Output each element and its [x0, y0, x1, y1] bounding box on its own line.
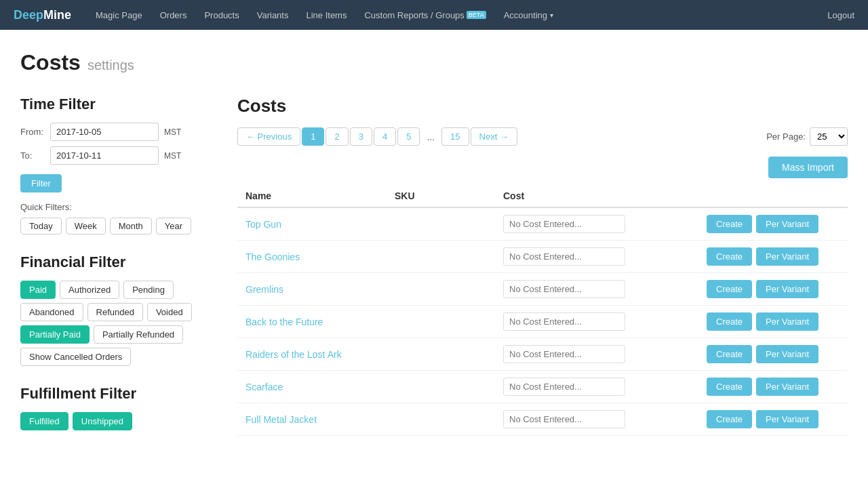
mass-import-row: Mass Import	[237, 157, 848, 178]
sidebar: Time Filter From: MST To: MST Filter Qui…	[20, 96, 210, 449]
cost-input-scarface[interactable]	[503, 378, 625, 396]
per-variant-button-the-goonies[interactable]: Per Variant	[756, 247, 818, 266]
accounting-arrow: ▾	[550, 12, 553, 19]
costs-table: Name SKU Cost Top Gun Create Per Variant	[237, 185, 848, 436]
per-page-wrapper: Per Page: 10 25 50 100	[766, 127, 848, 146]
cost-input-the-goonies[interactable]	[503, 247, 625, 266]
nav-line-items[interactable]: Line Items	[298, 0, 355, 30]
cost-cell	[495, 241, 698, 273]
cost-cell	[495, 306, 698, 338]
product-link-top-gun[interactable]: Top Gun	[245, 219, 281, 230]
create-button-raiders-of-the-lost-ark[interactable]: Create	[707, 345, 752, 363]
tag-partially-refunded[interactable]: Partially Refunded	[94, 325, 183, 344]
action-cell: Create Per Variant	[698, 338, 848, 371]
financial-filter-section: Financial Filter Paid Authorized Pending…	[20, 253, 210, 366]
tag-paid[interactable]: Paid	[20, 281, 56, 299]
cost-input-back-to-the-future[interactable]	[503, 312, 625, 331]
to-input[interactable]	[50, 146, 159, 165]
product-link-scarface[interactable]: Scarface	[245, 382, 283, 392]
table-row: Full Metal Jacket Create Per Variant	[237, 403, 848, 436]
page-15-button[interactable]: 15	[441, 127, 469, 146]
quick-filter-week[interactable]: Week	[66, 218, 106, 235]
tag-voided[interactable]: Voided	[147, 303, 192, 321]
page-1-button[interactable]: 1	[302, 127, 324, 146]
next-button[interactable]: Next →	[471, 127, 517, 146]
page-4-button[interactable]: 4	[374, 127, 396, 146]
tag-authorized[interactable]: Authorized	[60, 281, 119, 299]
fulfillment-filter-heading: Fulfillment Filter	[20, 385, 210, 403]
cost-input-top-gun[interactable]	[503, 215, 625, 233]
nav-magic-page[interactable]: Magic Page	[87, 0, 151, 30]
tag-pending[interactable]: Pending	[123, 281, 174, 299]
per-variant-button-scarface[interactable]: Per Variant	[756, 378, 818, 396]
quick-filter-year[interactable]: Year	[156, 218, 191, 235]
create-button-gremlins[interactable]: Create	[707, 280, 752, 298]
tag-unshipped[interactable]: Unshipped	[73, 412, 132, 430]
product-link-the-goonies[interactable]: The Goonies	[245, 251, 300, 262]
page-2-button[interactable]: 2	[326, 127, 348, 146]
create-button-top-gun[interactable]: Create	[707, 215, 752, 233]
nav-accounting[interactable]: Accounting▾	[496, 0, 561, 30]
action-buttons: Create Per Variant	[707, 378, 840, 396]
product-name-cell: Gremlins	[237, 273, 387, 306]
create-button-the-goonies[interactable]: Create	[707, 247, 752, 266]
logout-button[interactable]: Logout	[827, 10, 854, 20]
mass-import-button[interactable]: Mass Import	[768, 157, 848, 178]
per-variant-button-top-gun[interactable]: Per Variant	[756, 215, 818, 233]
product-link-back-to-the-future[interactable]: Back to the Future	[245, 317, 323, 327]
cost-cell	[495, 273, 698, 306]
per-variant-button-gremlins[interactable]: Per Variant	[756, 280, 818, 298]
product-name-cell: The Goonies	[237, 241, 387, 273]
pagination: ← Previous 1 2 3 4 5 ... 15 Next →	[237, 127, 517, 146]
from-input[interactable]	[50, 123, 159, 141]
sku-cell	[387, 338, 495, 371]
page-3-button[interactable]: 3	[350, 127, 372, 146]
costs-heading: Costs	[237, 96, 848, 117]
product-link-full-metal-jacket[interactable]: Full Metal Jacket	[245, 414, 317, 425]
from-row: From: MST	[20, 123, 210, 141]
cost-input-full-metal-jacket[interactable]	[503, 410, 625, 428]
nav-orders[interactable]: Orders	[152, 0, 195, 30]
per-variant-button-back-to-the-future[interactable]: Per Variant	[756, 312, 818, 331]
create-button-back-to-the-future[interactable]: Create	[707, 312, 752, 331]
tag-refunded[interactable]: Refunded	[87, 303, 143, 321]
per-variant-button-raiders-of-the-lost-ark[interactable]: Per Variant	[756, 345, 818, 363]
tag-abandoned[interactable]: Abandoned	[20, 303, 83, 321]
product-link-gremlins[interactable]: Gremlins	[245, 284, 283, 295]
to-label: To:	[20, 150, 45, 161]
page-5-button[interactable]: 5	[397, 127, 420, 146]
cost-input-raiders-of-the-lost-ark[interactable]	[503, 345, 625, 363]
nav-products[interactable]: Products	[196, 0, 247, 30]
cost-cell	[495, 207, 698, 241]
page-layout: Time Filter From: MST To: MST Filter Qui…	[20, 96, 848, 449]
product-link-raiders-of-the-lost-ark[interactable]: Raiders of the Lost Ark	[245, 349, 342, 360]
table-row: Raiders of the Lost Ark Create Per Varia…	[237, 338, 848, 371]
create-button-full-metal-jacket[interactable]: Create	[707, 410, 752, 428]
table-row: Scarface Create Per Variant	[237, 371, 848, 403]
create-button-scarface[interactable]: Create	[707, 378, 752, 396]
quick-filter-today[interactable]: Today	[20, 218, 62, 235]
cost-input-gremlins[interactable]	[503, 280, 625, 298]
action-cell: Create Per Variant	[698, 306, 848, 338]
table-row: Top Gun Create Per Variant	[237, 207, 848, 241]
nav-variants[interactable]: Variants	[249, 0, 297, 30]
action-cell: Create Per Variant	[698, 241, 848, 273]
sku-cell	[387, 306, 495, 338]
per-variant-button-full-metal-jacket[interactable]: Per Variant	[756, 410, 818, 428]
per-page-label: Per Page:	[766, 131, 806, 142]
tag-show-cancelled[interactable]: Show Cancelled Orders	[20, 348, 131, 366]
quick-filter-month[interactable]: Month	[110, 218, 152, 235]
to-row: To: MST	[20, 146, 210, 165]
to-timezone: MST	[164, 151, 181, 161]
from-label: From:	[20, 127, 45, 137]
tag-fulfilled[interactable]: Fulfilled	[20, 412, 68, 430]
filter-button[interactable]: Filter	[20, 174, 62, 192]
col-sku-header: SKU	[387, 185, 495, 207]
prev-button[interactable]: ← Previous	[237, 127, 300, 146]
quick-filters: Today Week Month Year	[20, 218, 210, 235]
financial-filter-heading: Financial Filter	[20, 253, 210, 271]
page-subtitle: settings	[87, 58, 134, 73]
nav-custom-reports[interactable]: Custom Reports / GroupsBETA	[356, 0, 494, 30]
per-page-select[interactable]: 10 25 50 100	[810, 127, 848, 146]
tag-partially-paid[interactable]: Partially Paid	[20, 325, 90, 344]
